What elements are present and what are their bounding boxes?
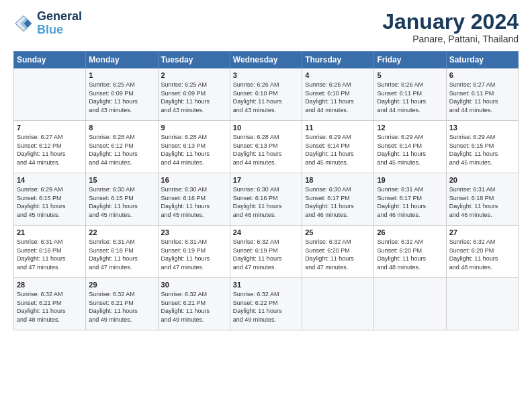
day-info: Sunrise: 6:32 AM Sunset: 6:21 PM Dayligh…	[161, 290, 227, 324]
day-number: 19	[377, 176, 443, 184]
day-info: Sunrise: 6:30 AM Sunset: 6:16 PM Dayligh…	[233, 185, 299, 219]
calendar-cell	[14, 68, 86, 121]
day-number: 22	[89, 228, 154, 236]
day-number: 25	[305, 228, 371, 236]
weekday-header-wednesday: Wednesday	[230, 52, 302, 68]
logo: General Blue	[13, 10, 82, 37]
day-number: 7	[17, 124, 83, 132]
calendar-cell: 22Sunrise: 6:31 AM Sunset: 6:18 PM Dayli…	[86, 226, 158, 278]
day-number: 13	[449, 124, 515, 132]
calendar-cell: 13Sunrise: 6:29 AM Sunset: 6:15 PM Dayli…	[446, 121, 518, 173]
calendar-week-1: 1Sunrise: 6:25 AM Sunset: 6:09 PM Daylig…	[14, 68, 519, 121]
weekday-header-sunday: Sunday	[14, 52, 86, 68]
calendar-cell: 21Sunrise: 6:31 AM Sunset: 6:18 PM Dayli…	[14, 226, 86, 278]
day-number: 24	[233, 228, 299, 236]
calendar-cell: 25Sunrise: 6:32 AM Sunset: 6:20 PM Dayli…	[302, 226, 374, 278]
day-info: Sunrise: 6:32 AM Sunset: 6:21 PM Dayligh…	[17, 290, 83, 324]
calendar-week-4: 21Sunrise: 6:31 AM Sunset: 6:18 PM Dayli…	[14, 226, 519, 278]
day-info: Sunrise: 6:32 AM Sunset: 6:19 PM Dayligh…	[233, 238, 299, 271]
calendar-cell: 10Sunrise: 6:28 AM Sunset: 6:13 PM Dayli…	[230, 121, 302, 173]
calendar-week-3: 14Sunrise: 6:29 AM Sunset: 6:15 PM Dayli…	[14, 173, 519, 226]
day-info: Sunrise: 6:27 AM Sunset: 6:12 PM Dayligh…	[17, 133, 83, 167]
day-info: Sunrise: 6:32 AM Sunset: 6:22 PM Dayligh…	[233, 290, 299, 324]
calendar-cell: 17Sunrise: 6:30 AM Sunset: 6:16 PM Dayli…	[230, 173, 302, 226]
day-info: Sunrise: 6:25 AM Sunset: 6:09 PM Dayligh…	[161, 81, 227, 114]
day-info: Sunrise: 6:32 AM Sunset: 6:20 PM Dayligh…	[377, 238, 443, 271]
calendar-cell: 24Sunrise: 6:32 AM Sunset: 6:19 PM Dayli…	[230, 226, 302, 278]
weekday-header-friday: Friday	[374, 52, 446, 68]
calendar-cell	[374, 278, 446, 330]
day-info: Sunrise: 6:31 AM Sunset: 6:19 PM Dayligh…	[161, 238, 227, 271]
day-number: 10	[233, 124, 299, 132]
calendar-cell: 11Sunrise: 6:29 AM Sunset: 6:14 PM Dayli…	[302, 121, 374, 173]
day-info: Sunrise: 6:28 AM Sunset: 6:13 PM Dayligh…	[233, 133, 299, 167]
day-info: Sunrise: 6:26 AM Sunset: 6:11 PM Dayligh…	[377, 81, 443, 114]
calendar-cell: 12Sunrise: 6:29 AM Sunset: 6:14 PM Dayli…	[374, 121, 446, 173]
calendar-cell: 5Sunrise: 6:26 AM Sunset: 6:11 PM Daylig…	[374, 68, 446, 121]
calendar-cell: 16Sunrise: 6:30 AM Sunset: 6:16 PM Dayli…	[158, 173, 230, 226]
weekday-header-saturday: Saturday	[446, 52, 518, 68]
day-info: Sunrise: 6:28 AM Sunset: 6:13 PM Dayligh…	[161, 133, 227, 167]
page: General Blue January 2024 Panare, Pattan…	[0, 0, 532, 411]
day-number: 2	[161, 71, 227, 79]
day-info: Sunrise: 6:26 AM Sunset: 6:10 PM Dayligh…	[233, 81, 299, 114]
day-number: 11	[305, 124, 371, 132]
day-info: Sunrise: 6:31 AM Sunset: 6:18 PM Dayligh…	[17, 238, 83, 271]
day-number: 14	[17, 176, 83, 184]
logo-text: General Blue	[37, 10, 82, 37]
day-info: Sunrise: 6:29 AM Sunset: 6:15 PM Dayligh…	[449, 133, 515, 167]
day-number: 9	[161, 124, 227, 132]
calendar-cell: 15Sunrise: 6:30 AM Sunset: 6:15 PM Dayli…	[86, 173, 158, 226]
calendar-cell: 1Sunrise: 6:25 AM Sunset: 6:09 PM Daylig…	[86, 68, 158, 121]
weekday-header-monday: Monday	[86, 52, 158, 68]
day-number: 3	[233, 71, 299, 79]
calendar-cell: 27Sunrise: 6:32 AM Sunset: 6:20 PM Dayli…	[446, 226, 518, 278]
day-number: 28	[17, 281, 83, 289]
calendar-week-5: 28Sunrise: 6:32 AM Sunset: 6:21 PM Dayli…	[14, 278, 519, 330]
calendar-cell: 26Sunrise: 6:32 AM Sunset: 6:20 PM Dayli…	[374, 226, 446, 278]
day-info: Sunrise: 6:31 AM Sunset: 6:18 PM Dayligh…	[89, 238, 154, 271]
day-number: 29	[89, 281, 154, 289]
day-info: Sunrise: 6:29 AM Sunset: 6:14 PM Dayligh…	[377, 133, 443, 167]
calendar-cell: 29Sunrise: 6:32 AM Sunset: 6:21 PM Dayli…	[86, 278, 158, 330]
day-number: 4	[305, 71, 371, 79]
day-info: Sunrise: 6:30 AM Sunset: 6:16 PM Dayligh…	[161, 185, 227, 219]
day-info: Sunrise: 6:29 AM Sunset: 6:14 PM Dayligh…	[305, 133, 371, 167]
day-info: Sunrise: 6:31 AM Sunset: 6:18 PM Dayligh…	[449, 185, 515, 219]
calendar-cell: 7Sunrise: 6:27 AM Sunset: 6:12 PM Daylig…	[14, 121, 86, 173]
day-info: Sunrise: 6:32 AM Sunset: 6:20 PM Dayligh…	[449, 238, 515, 271]
calendar-cell: 20Sunrise: 6:31 AM Sunset: 6:18 PM Dayli…	[446, 173, 518, 226]
subtitle: Panare, Pattani, Thailand	[382, 34, 519, 44]
calendar-cell: 19Sunrise: 6:31 AM Sunset: 6:17 PM Dayli…	[374, 173, 446, 226]
day-info: Sunrise: 6:31 AM Sunset: 6:17 PM Dayligh…	[377, 185, 443, 219]
day-number: 6	[449, 71, 515, 79]
calendar-cell: 8Sunrise: 6:28 AM Sunset: 6:12 PM Daylig…	[86, 121, 158, 173]
title-block: January 2024 Panare, Pattani, Thailand	[382, 10, 519, 44]
calendar-cell: 23Sunrise: 6:31 AM Sunset: 6:19 PM Dayli…	[158, 226, 230, 278]
day-number: 8	[89, 124, 154, 132]
day-number: 26	[377, 228, 443, 236]
calendar-cell	[446, 278, 518, 330]
calendar-cell: 28Sunrise: 6:32 AM Sunset: 6:21 PM Dayli…	[14, 278, 86, 330]
day-number: 5	[377, 71, 443, 79]
weekday-header-tuesday: Tuesday	[158, 52, 230, 68]
calendar-cell: 2Sunrise: 6:25 AM Sunset: 6:09 PM Daylig…	[158, 68, 230, 121]
day-info: Sunrise: 6:28 AM Sunset: 6:12 PM Dayligh…	[89, 133, 154, 167]
day-number: 17	[233, 176, 299, 184]
calendar-cell: 6Sunrise: 6:27 AM Sunset: 6:11 PM Daylig…	[446, 68, 518, 121]
logo-icon	[13, 13, 34, 34]
day-info: Sunrise: 6:30 AM Sunset: 6:15 PM Dayligh…	[89, 185, 154, 219]
calendar-cell: 3Sunrise: 6:26 AM Sunset: 6:10 PM Daylig…	[230, 68, 302, 121]
day-number: 31	[233, 281, 299, 289]
header: General Blue January 2024 Panare, Pattan…	[13, 10, 519, 44]
calendar-cell: 14Sunrise: 6:29 AM Sunset: 6:15 PM Dayli…	[14, 173, 86, 226]
calendar-cell: 31Sunrise: 6:32 AM Sunset: 6:22 PM Dayli…	[230, 278, 302, 330]
day-number: 18	[305, 176, 371, 184]
day-number: 20	[449, 176, 515, 184]
day-info: Sunrise: 6:25 AM Sunset: 6:09 PM Dayligh…	[89, 81, 154, 114]
calendar-cell: 18Sunrise: 6:30 AM Sunset: 6:17 PM Dayli…	[302, 173, 374, 226]
day-number: 12	[377, 124, 443, 132]
day-number: 15	[89, 176, 154, 184]
day-number: 27	[449, 228, 515, 236]
day-number: 1	[89, 71, 154, 79]
